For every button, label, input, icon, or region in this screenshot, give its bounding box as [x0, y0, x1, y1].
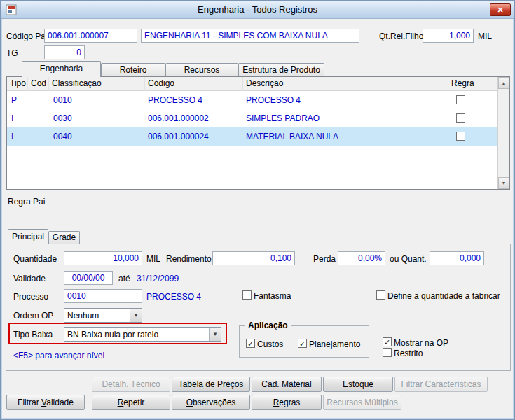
chevron-down-icon: ▾	[209, 328, 221, 341]
planejamento-label: Planejamento	[309, 340, 360, 349]
quantidade-unit: MIL	[146, 254, 160, 264]
define-quantidade-checkbox[interactable]	[376, 290, 385, 300]
ordem-op-value: Nenhum	[67, 311, 99, 321]
table-row[interactable]: I 0030 006.001.000002 SIMPLES PADRAO	[7, 109, 497, 127]
tab-grade[interactable]: Grade	[48, 231, 80, 244]
cell-codigo: PROCESSO 4	[145, 91, 202, 109]
col-codigo[interactable]: Código	[145, 77, 243, 91]
regra-checkbox[interactable]	[456, 95, 465, 104]
ou-quant-input[interactable]: 0,000	[430, 251, 484, 265]
window-title: Engenharia - Todos Registros	[1, 4, 514, 15]
codigo-pai-label: Código Pai	[6, 31, 48, 41]
recursos-multiplos-button: Recursos Múltiplos	[323, 395, 401, 410]
mostrar-na-op-label: Mostrar na OP	[394, 338, 448, 348]
ordem-op-select[interactable]: Nenhum ▾	[64, 308, 142, 323]
engenharia-grid: Tipo Cod Classificação Código Descrição …	[6, 76, 510, 190]
col-tipo[interactable]: Tipo	[7, 77, 28, 91]
tab-engenharia[interactable]: Engenharia	[22, 61, 101, 77]
perda-input[interactable]: 0,00%	[338, 251, 385, 265]
cell-classificacao: 0010	[50, 91, 72, 109]
processo-input[interactable]: 0010	[64, 289, 142, 303]
cell-codigo: 006.001.000002	[145, 109, 209, 127]
cell-tipo: I	[8, 109, 13, 127]
cell-descricao: PROCESSO 4	[243, 91, 301, 109]
qt-rel-filho-input[interactable]: 1,000	[423, 29, 474, 43]
grid-header: Tipo Cod Classificação Código Descrição …	[7, 77, 497, 91]
app-window: Engenharia - Todos Registros ✕ Código Pa…	[0, 0, 515, 420]
restrito-label: Restrito	[394, 349, 423, 358]
col-cod[interactable]: Cod	[28, 77, 49, 91]
aplicacao-label: Aplicação	[245, 321, 291, 330]
codigo-pai-desc-input[interactable]: ENGENHARIA 11 - SIMPLES COM BAIXA NULA	[141, 29, 359, 43]
tg-label: TG	[6, 48, 18, 58]
quantidade-input[interactable]: 10,000	[64, 251, 142, 265]
cell-tipo: I	[8, 127, 13, 146]
ate-value: 31/12/2099	[137, 274, 179, 284]
observacoes-button[interactable]: Observações	[172, 395, 250, 410]
regra-pai-label: Regra Pai	[8, 197, 45, 206]
tabela-de-precos-button[interactable]: Tabela de Preços	[172, 377, 250, 392]
quantidade-label: Quantidade	[13, 254, 57, 264]
ate-label: até	[118, 274, 130, 284]
tipo-baixa-value: BN Baixa nula por rateio	[67, 330, 158, 340]
table-row-selected[interactable]: I 0040 006.001.000024 MATERIAL BAIXA NUL…	[7, 127, 497, 146]
scroll-up-button[interactable]: ▲	[498, 77, 509, 89]
processo-label: Processo	[13, 292, 48, 302]
fantasma-checkbox[interactable]	[242, 290, 252, 300]
validade-input[interactable]: 00/00/00	[64, 271, 113, 285]
regras-button[interactable]: Regras	[252, 395, 322, 410]
scroll-up-icon: ▲	[502, 80, 507, 85]
ou-quant-label: ou Quant.	[390, 254, 427, 264]
scroll-down-button[interactable]: ▼	[498, 177, 509, 189]
vertical-scrollbar[interactable]: ▲ ▼	[497, 77, 509, 189]
close-button[interactable]: ✕	[490, 4, 511, 16]
rendimento-input[interactable]: 0,100	[212, 251, 295, 265]
custos-checkbox[interactable]: ✓	[246, 339, 255, 348]
scroll-down-icon: ▼	[502, 181, 507, 186]
cell-codigo: 006.001.000024	[145, 127, 209, 146]
validade-label: Validade	[13, 274, 46, 284]
col-classificacao[interactable]: Classificação	[49, 77, 145, 91]
tg-input[interactable]: 0	[44, 46, 85, 59]
chevron-down-icon: ▾	[130, 309, 142, 322]
filtrar-validade-button[interactable]: Filtrar Validade	[6, 395, 85, 410]
table-row[interactable]: P 0010 PROCESSO 4 PROCESSO 4	[7, 91, 497, 109]
custos-label: Custos	[257, 340, 283, 349]
rendimento-label: Rendimento	[166, 254, 212, 264]
processo-desc: PROCESSO 4	[146, 292, 201, 302]
qt-rel-filho-label: Qt.Rel.Filho	[379, 31, 423, 41]
col-descricao[interactable]: Descrição	[243, 77, 448, 91]
tipo-baixa-label: Tipo Baixa	[13, 330, 53, 340]
filtrar-caracteristicas-button: Filtrar Características	[394, 377, 488, 392]
restrito-checkbox[interactable]	[383, 348, 392, 357]
regra-checkbox[interactable]	[456, 132, 465, 141]
fantasma-label: Fantasma	[254, 291, 291, 301]
col-regra[interactable]: Regra	[448, 77, 499, 91]
regra-checkbox[interactable]	[456, 113, 465, 122]
repetir-button[interactable]: Repetir	[92, 395, 170, 410]
cell-classificacao: 0030	[50, 109, 72, 127]
planejamento-checkbox[interactable]: ✓	[298, 339, 307, 348]
cell-tipo: P	[8, 91, 17, 109]
titlebar: Engenharia - Todos Registros ✕	[1, 1, 514, 19]
tipo-baixa-select[interactable]: BN Baixa nula por rateio ▾	[64, 327, 221, 342]
cell-descricao: MATERIAL BAIXA NULA	[243, 127, 338, 146]
detalh-tecnico-button: Detalh. Técnico	[92, 377, 170, 392]
codigo-pai-input[interactable]: 006.001.000007	[44, 29, 137, 43]
ordem-op-label: Ordem OP	[13, 311, 53, 321]
qt-rel-filho-unit: MIL	[478, 31, 492, 41]
tab-principal[interactable]: Principal	[8, 229, 48, 244]
close-icon: ✕	[497, 6, 503, 14]
define-quantidade-label: Define a quantidade a fabricar	[387, 291, 500, 301]
tab-estrutura-de-produto[interactable]: Estrutura de Produto	[238, 63, 324, 76]
tab-recursos[interactable]: Recursos	[165, 63, 238, 76]
f5-hint: <F5> para avançar nível	[13, 351, 104, 360]
mostrar-na-op-checkbox[interactable]: ✓	[383, 337, 392, 346]
perda-label: Perda	[313, 254, 336, 264]
cell-classificacao: 0040	[50, 127, 72, 146]
estoque-button[interactable]: Estoque	[323, 377, 393, 392]
cell-descricao: SIMPLES PADRAO	[243, 109, 320, 127]
cad-material-button[interactable]: Cad. Material	[252, 377, 322, 392]
tab-roteiro[interactable]: Roteiro	[101, 63, 165, 76]
